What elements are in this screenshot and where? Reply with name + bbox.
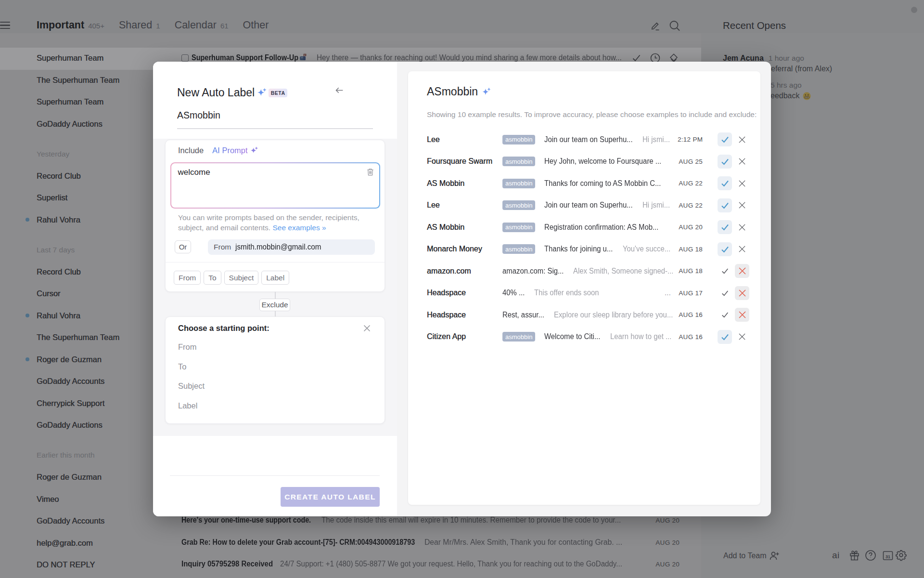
email-checkbox[interactable] bbox=[181, 54, 189, 62]
include-example-button[interactable] bbox=[718, 155, 732, 169]
sidebar-item-label: Yesterday bbox=[37, 150, 69, 158]
menu-icon[interactable] bbox=[0, 22, 11, 29]
exclude-example-button[interactable] bbox=[735, 330, 749, 344]
ai-prompt-textarea[interactable]: welcome bbox=[170, 162, 380, 209]
include-example-button[interactable] bbox=[718, 242, 732, 256]
mailbox-emoji bbox=[299, 53, 308, 62]
exclude-example-button[interactable] bbox=[735, 308, 749, 322]
email-row[interactable]: Inquiry 05795298 Received 24/7 Support: … bbox=[181, 557, 680, 572]
back-arrow-icon[interactable] bbox=[335, 87, 343, 93]
tab[interactable]: Other bbox=[243, 19, 269, 31]
superhuman-ai-logo[interactable]: ai bbox=[832, 550, 840, 561]
sidebar-item[interactable]: GoDaddy Auctions bbox=[37, 113, 152, 135]
to-field-button[interactable]: To bbox=[204, 271, 221, 285]
search-icon[interactable] bbox=[669, 20, 680, 32]
exclude-example-button[interactable] bbox=[735, 220, 749, 234]
choose-to-item[interactable]: To bbox=[178, 362, 186, 371]
recent-open-item[interactable]: 5 hrs ago bbox=[770, 81, 802, 90]
sidebar-item[interactable]: Superhuman Team bbox=[37, 47, 152, 69]
result-subject: 40% ... bbox=[502, 289, 525, 297]
person-add-icon[interactable] bbox=[769, 550, 780, 562]
sidebar-item-label: GoDaddy Auctions bbox=[37, 420, 103, 430]
add-to-team-label[interactable]: Add to Team bbox=[723, 552, 767, 560]
result-subject: Rest, assur... bbox=[502, 311, 544, 319]
label-name-input[interactable]: ASmobbin bbox=[177, 110, 220, 121]
create-auto-label-button[interactable]: CREATE AUTO LABEL bbox=[281, 487, 380, 507]
exclude-button[interactable]: Exclude bbox=[259, 299, 290, 311]
include-example-button[interactable] bbox=[718, 330, 732, 344]
tab[interactable]: Important 405+ bbox=[37, 19, 104, 31]
label-field-button[interactable]: Label bbox=[261, 271, 289, 285]
include-example-button[interactable] bbox=[718, 132, 732, 146]
sidebar-item[interactable]: Last 7 days bbox=[37, 239, 152, 261]
sidebar-item[interactable]: GoDaddy Auctions bbox=[37, 414, 152, 436]
sidebar-item[interactable]: Superhuman Team bbox=[37, 91, 152, 113]
include-example-button[interactable] bbox=[718, 176, 732, 190]
from-condition-pill[interactable]: From jsmith.mobbin@gmail.com bbox=[208, 239, 375, 255]
sidebar-item[interactable]: Record Club bbox=[37, 261, 152, 283]
connector-line bbox=[275, 292, 276, 299]
email-row[interactable]: Grab Re: How to delete your Grab account… bbox=[181, 535, 680, 551]
include-example-button[interactable] bbox=[718, 220, 732, 234]
exclude-example-button[interactable] bbox=[735, 242, 749, 256]
sidebar-item[interactable]: Cursor bbox=[37, 283, 152, 305]
sidebar-item[interactable]: Cherrypick Support bbox=[37, 393, 152, 415]
sidebar-item[interactable]: Yesterday bbox=[37, 143, 152, 165]
mark-done-icon[interactable] bbox=[632, 53, 641, 63]
label-chip: asmobbin bbox=[502, 200, 535, 210]
exclude-example-button[interactable] bbox=[735, 176, 749, 190]
sidebar-item[interactable]: GoDaddy Accounts bbox=[37, 510, 152, 532]
exclude-example-button[interactable] bbox=[735, 132, 749, 146]
tab-label: Other bbox=[243, 19, 269, 31]
help-icon[interactable] bbox=[865, 550, 876, 561]
include-header-row: Include AI Prompt bbox=[178, 146, 258, 155]
result-row: Lee asmobbin Join our team on Superhu...… bbox=[427, 129, 749, 151]
sidebar-item[interactable]: Vimeo bbox=[37, 488, 152, 511]
sidebar-item[interactable]: Rahul Vohra bbox=[37, 209, 152, 231]
tab[interactable]: Calendar 61 bbox=[175, 19, 229, 31]
ai-prompt-label[interactable]: AI Prompt bbox=[212, 146, 247, 155]
sidebar-item[interactable]: Record Club bbox=[37, 165, 152, 187]
choose-label-item[interactable]: Label bbox=[178, 401, 197, 410]
include-example-button[interactable] bbox=[718, 198, 732, 212]
sidebar-item[interactable]: Rahul Vohra bbox=[37, 305, 152, 327]
sidebar-item[interactable]: The Superhuman Team bbox=[37, 327, 152, 349]
sidebar-item[interactable]: Roger de Guzman bbox=[37, 466, 152, 488]
settings-gear-icon[interactable] bbox=[895, 549, 907, 561]
trash-icon[interactable] bbox=[367, 168, 374, 176]
exclude-example-button[interactable] bbox=[735, 286, 749, 300]
sidebar-item[interactable]: GoDaddy Accounts bbox=[37, 370, 152, 393]
label-layers-icon[interactable] bbox=[669, 53, 678, 62]
include-example-button[interactable] bbox=[718, 264, 732, 278]
close-icon[interactable] bbox=[363, 325, 371, 332]
sidebar-item[interactable]: Earlier this month bbox=[37, 445, 152, 467]
sidebar-item-label: Cursor bbox=[37, 289, 61, 298]
compose-icon[interactable] bbox=[650, 21, 661, 31]
or-button[interactable]: Or bbox=[175, 240, 191, 253]
choose-from-item[interactable]: From bbox=[178, 342, 197, 352]
include-example-button[interactable] bbox=[718, 286, 732, 300]
from-field-button[interactable]: From bbox=[174, 271, 201, 285]
result-date: AUG 16 bbox=[678, 333, 703, 341]
see-examples-link[interactable]: See examples » bbox=[272, 223, 326, 232]
exclude-example-button[interactable] bbox=[735, 264, 749, 278]
calendar-icon[interactable]: 31 bbox=[882, 550, 894, 561]
sidebar-item-label: Record Club bbox=[37, 171, 81, 181]
result-subject: Join our team on Superhu... bbox=[544, 201, 633, 210]
choose-subject-item[interactable]: Subject bbox=[178, 381, 205, 391]
include-example-button[interactable] bbox=[718, 308, 732, 322]
sidebar-item[interactable]: DO NOT REPLY bbox=[37, 554, 152, 576]
sidebar-item-label: The Superhuman Team bbox=[37, 76, 119, 85]
sidebar-item[interactable]: Superlist bbox=[37, 187, 152, 209]
tab[interactable]: Shared 1 bbox=[119, 19, 160, 31]
sidebar-item[interactable]: Roger de Guzman bbox=[37, 349, 152, 371]
sidebar-item[interactable]: help@grab.com bbox=[37, 532, 152, 554]
email-snippet: Hey there — thanks for reaching out! Wou… bbox=[317, 53, 622, 62]
exclude-example-button[interactable] bbox=[735, 155, 749, 169]
include-card: Include AI Prompt welcome bbox=[165, 140, 385, 292]
sidebar-item[interactable]: The Superhuman Team bbox=[37, 69, 152, 92]
subject-field-button[interactable]: Subject bbox=[224, 271, 259, 285]
result-sender: Headspace bbox=[427, 311, 502, 319]
gift-icon[interactable] bbox=[849, 550, 860, 561]
exclude-example-button[interactable] bbox=[735, 198, 749, 212]
